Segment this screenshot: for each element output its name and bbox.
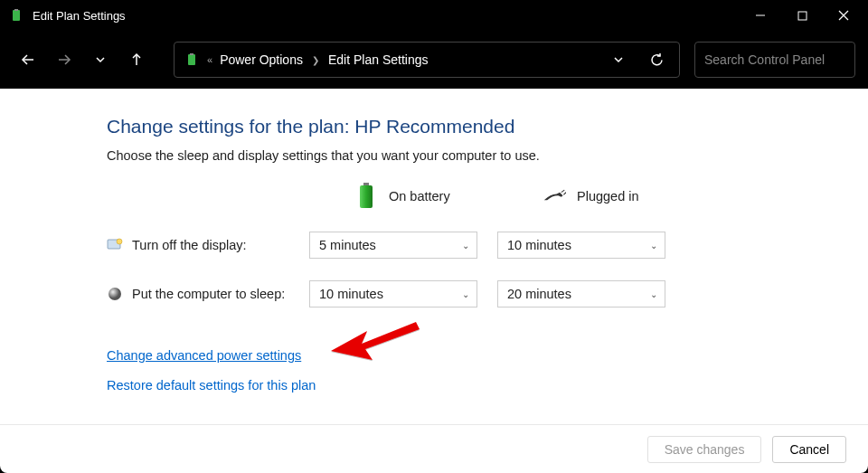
sleep-icon bbox=[107, 286, 123, 302]
svg-rect-13 bbox=[363, 183, 369, 185]
search-input[interactable] bbox=[704, 52, 863, 67]
display-timeout-row: Turn off the display: 5 minutes ⌄ 10 min… bbox=[107, 232, 832, 259]
app-icon bbox=[9, 8, 24, 23]
sleep-timeout-row: Put the computer to sleep: 10 minutes ⌄ … bbox=[107, 280, 832, 307]
select-value: 10 minutes bbox=[507, 238, 571, 252]
on-battery-label: On battery bbox=[389, 189, 450, 203]
title-bar: Edit Plan Settings bbox=[0, 0, 868, 31]
svg-rect-0 bbox=[13, 10, 20, 21]
svg-rect-3 bbox=[798, 12, 807, 20]
restore-defaults-link[interactable]: Restore default settings for this plan bbox=[107, 378, 316, 393]
battery-icon bbox=[184, 52, 200, 68]
sleep-battery-select[interactable]: 10 minutes ⌄ bbox=[309, 280, 477, 307]
svg-rect-1 bbox=[14, 9, 18, 11]
up-button[interactable] bbox=[121, 44, 152, 75]
svg-line-16 bbox=[563, 193, 566, 195]
recent-locations-button[interactable] bbox=[85, 44, 116, 75]
select-value: 5 minutes bbox=[319, 238, 376, 252]
breadcrumb-item[interactable]: Edit Plan Settings bbox=[328, 52, 429, 67]
select-value: 20 minutes bbox=[507, 287, 571, 301]
footer-bar: Save changes Cancel bbox=[0, 424, 868, 473]
cancel-button[interactable]: Cancel bbox=[772, 436, 846, 463]
nav-bar: « Power Options ❯ Edit Plan Settings bbox=[0, 31, 868, 89]
svg-line-15 bbox=[561, 190, 564, 193]
address-dropdown-button[interactable] bbox=[603, 44, 634, 75]
svg-rect-14 bbox=[360, 185, 373, 208]
advanced-settings-link[interactable]: Change advanced power settings bbox=[107, 348, 301, 363]
display-timeout-label: Turn off the display: bbox=[132, 238, 309, 252]
address-bar[interactable]: « Power Options ❯ Edit Plan Settings bbox=[174, 42, 680, 78]
breadcrumb-item[interactable]: Power Options bbox=[220, 52, 303, 67]
maximize-button[interactable] bbox=[781, 0, 823, 31]
display-plugged-select[interactable]: 10 minutes ⌄ bbox=[497, 232, 665, 259]
breadcrumb-prefix: « bbox=[207, 54, 212, 65]
content-area: Change settings for the plan: HP Recomme… bbox=[0, 89, 868, 424]
plug-icon bbox=[542, 184, 566, 208]
chevron-down-icon: ⌄ bbox=[650, 289, 657, 299]
svg-point-18 bbox=[117, 239, 122, 244]
plugged-in-header: Plugged in bbox=[542, 184, 731, 208]
plugged-in-label: Plugged in bbox=[577, 189, 639, 203]
chevron-down-icon: ⌄ bbox=[650, 241, 657, 251]
chevron-right-icon: ❯ bbox=[312, 55, 319, 65]
sleep-plugged-select[interactable]: 20 minutes ⌄ bbox=[497, 280, 665, 307]
svg-point-19 bbox=[108, 288, 121, 300]
save-button[interactable]: Save changes bbox=[647, 436, 762, 463]
battery-icon bbox=[354, 184, 378, 208]
display-battery-select[interactable]: 5 minutes ⌄ bbox=[309, 232, 477, 259]
back-button[interactable] bbox=[13, 44, 43, 75]
display-icon bbox=[107, 237, 123, 253]
breadcrumb: Power Options ❯ Edit Plan Settings bbox=[220, 52, 596, 67]
minimize-button[interactable] bbox=[740, 0, 781, 31]
chevron-down-icon: ⌄ bbox=[462, 289, 469, 299]
svg-rect-9 bbox=[188, 54, 195, 65]
window-title: Edit Plan Settings bbox=[33, 9, 740, 23]
on-battery-header: On battery bbox=[354, 184, 542, 208]
search-box[interactable] bbox=[694, 42, 855, 78]
refresh-button[interactable] bbox=[641, 44, 672, 75]
sleep-timeout-label: Put the computer to sleep: bbox=[132, 287, 309, 301]
close-button[interactable] bbox=[823, 0, 864, 31]
page-subheading: Choose the sleep and display settings th… bbox=[107, 148, 832, 163]
svg-rect-10 bbox=[190, 53, 193, 55]
chevron-down-icon: ⌄ bbox=[462, 241, 469, 251]
column-headers: On battery Plugged in bbox=[107, 184, 832, 208]
select-value: 10 minutes bbox=[319, 287, 383, 301]
page-heading: Change settings for the plan: HP Recomme… bbox=[107, 116, 832, 137]
forward-button[interactable] bbox=[49, 44, 80, 75]
